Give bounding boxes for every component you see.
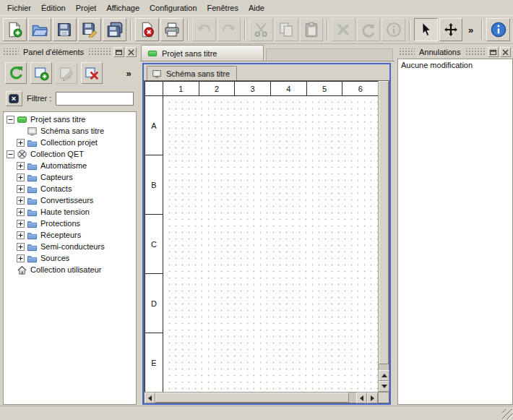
clear-filter-icon — [9, 93, 20, 104]
vertical-scrollbar[interactable] — [378, 81, 389, 392]
expand-toggle[interactable] — [17, 173, 25, 181]
menu-item-fenetres[interactable]: Fenêtres — [202, 1, 243, 15]
tree-item-projet-sans-titre[interactable]: Projet sans titre — [4, 113, 136, 125]
elements-reload-collections-button[interactable] — [5, 62, 27, 84]
tree-item-semi-conducteurs[interactable]: Semi-conducteurs — [4, 241, 136, 252]
expand-toggle[interactable] — [17, 254, 25, 262]
elements-panel-float-button[interactable] — [113, 47, 124, 57]
expand-toggle[interactable] — [17, 243, 25, 251]
delete-cross-icon — [335, 22, 351, 38]
element-edit-icon — [59, 65, 74, 81]
expand-toggle[interactable] — [17, 162, 25, 170]
toolbar-close-button[interactable] — [135, 18, 159, 41]
plus-box-icon — [17, 243, 25, 251]
tab-projet-sans-titre[interactable]: Projet sans titre — [141, 45, 264, 61]
expand-toggle[interactable] — [17, 139, 25, 147]
tree-item-automatisme[interactable]: Automatisme — [4, 160, 136, 171]
tree-item-icon-wrap — [27, 137, 38, 148]
horizontal-scrollbar-trough[interactable] — [349, 393, 356, 403]
tree-item-sources[interactable]: Sources — [4, 252, 136, 264]
undo-list[interactable]: Aucune modification — [397, 59, 513, 405]
tree-item-label: Capteurs — [40, 173, 73, 181]
main-toolbar: » — [0, 15, 513, 44]
tree-item-collection-qet[interactable]: Collection QET — [4, 148, 136, 160]
element-new-icon — [33, 65, 49, 81]
ruler-row-label: C — [145, 215, 163, 274]
tree-item-convertisseurs[interactable]: Convertisseurs — [4, 194, 136, 206]
toolbar-separator — [244, 20, 246, 40]
tree-item-schema-sans-titre[interactable]: Schéma sans titre — [4, 125, 136, 137]
tree-item-recepteurs[interactable]: Récepteurs — [4, 229, 136, 241]
toolbar-separator — [130, 20, 132, 40]
mdi-area: Schéma sans titre 123456 ABCDE — [140, 61, 395, 406]
menu-item-fichier[interactable]: Fichier — [2, 1, 36, 15]
folder-icon — [27, 172, 38, 183]
toolbar-print-button[interactable] — [160, 18, 184, 41]
menu-item-affichage[interactable]: Affichage — [101, 1, 145, 15]
expand-toggle[interactable] — [17, 185, 25, 193]
tree-item-contacts[interactable]: Contacts — [4, 183, 136, 194]
elements-delete-element-button[interactable] — [81, 62, 103, 84]
toolbar-new-project-button[interactable] — [3, 18, 27, 41]
scroll-left-end-button[interactable] — [356, 393, 367, 403]
toolbar-separator — [327, 20, 328, 40]
menu-item-aide[interactable]: Aide — [243, 1, 270, 15]
tree-item-capteurs[interactable]: Capteurs — [4, 171, 136, 183]
tree-item-icon-wrap — [27, 241, 38, 252]
scroll-down-button[interactable] — [379, 381, 389, 392]
toolbar-save-all-button[interactable] — [103, 18, 126, 41]
menu-item-edition[interactable]: Édition — [36, 1, 71, 15]
clear-filter-button[interactable] — [6, 91, 22, 106]
toolbar-save-as-button[interactable] — [78, 18, 102, 41]
collapse-toggle[interactable] — [7, 150, 14, 158]
vertical-scrollbar-trough[interactable] — [379, 364, 389, 370]
toolbar-select-mode-button[interactable] — [414, 18, 438, 41]
toolbar-pan-mode-button[interactable] — [439, 18, 463, 41]
scroll-left-button[interactable] — [145, 393, 155, 403]
toolbar-overflow-button[interactable]: » — [464, 18, 478, 41]
expand-toggle[interactable] — [17, 220, 25, 228]
scroll-right-button[interactable] — [367, 393, 378, 403]
collapse-toggle[interactable] — [7, 116, 14, 124]
scroll-up-button[interactable] — [379, 370, 389, 381]
horizontal-scrollbar-thumb[interactable] — [155, 393, 349, 403]
folder-icon — [27, 241, 38, 252]
minus-box-icon — [7, 150, 14, 158]
tree-item-collection-utilisateur[interactable]: Collection utilisateur — [4, 264, 136, 275]
toolbar-about-button[interactable] — [486, 18, 510, 41]
undo-panel-float-button[interactable] — [488, 47, 499, 57]
elements-panel-window-buttons — [113, 47, 137, 57]
expand-toggle[interactable] — [17, 208, 25, 216]
cursor-icon — [418, 22, 434, 38]
project-icon — [147, 48, 158, 59]
main-area: Panel d'éléments » Filtrer : Projet sans… — [0, 44, 513, 406]
tab-schema-sans-titre[interactable]: Schéma sans titre — [147, 66, 237, 80]
tree-item-icon-wrap — [27, 126, 38, 137]
elements-panel-close-button[interactable] — [126, 47, 137, 57]
tree-item-haute-tension[interactable]: Haute tension — [4, 206, 136, 218]
toolbar-separator — [187, 20, 189, 40]
tree-item-label: Automatisme — [40, 161, 87, 170]
folder-icon — [27, 218, 38, 229]
vertical-scrollbar-thumb[interactable] — [379, 81, 389, 364]
resize-grip[interactable] — [502, 409, 512, 419]
horizontal-scrollbar[interactable] — [145, 392, 378, 403]
tree-item-collection-projet[interactable]: Collection projet — [4, 137, 136, 148]
toolbar-open-project-button[interactable] — [28, 18, 52, 41]
elements-overflow-button[interactable]: » — [123, 62, 134, 84]
elements-new-element-button[interactable] — [30, 62, 52, 84]
undo-panel-close-button[interactable] — [500, 47, 511, 57]
schema-tab-label: Schéma sans titre — [166, 69, 230, 78]
toolbar-save-button[interactable] — [53, 18, 77, 41]
expand-toggle[interactable] — [17, 231, 25, 239]
menu-item-projet[interactable]: Projet — [71, 1, 102, 15]
element-delete-icon — [84, 65, 100, 81]
menu-item-configuration[interactable]: Configuration — [145, 1, 202, 15]
tree-item-protections[interactable]: Protections — [4, 218, 136, 229]
schema-canvas[interactable] — [163, 96, 378, 392]
undo-panel-titlebar[interactable]: Annulations — [397, 44, 513, 58]
filter-input[interactable] — [56, 92, 134, 106]
toolbar-rotate-button — [357, 18, 381, 41]
expand-toggle[interactable] — [17, 197, 25, 205]
elements-panel-titlebar[interactable]: Panel d'éléments — [1, 44, 139, 58]
